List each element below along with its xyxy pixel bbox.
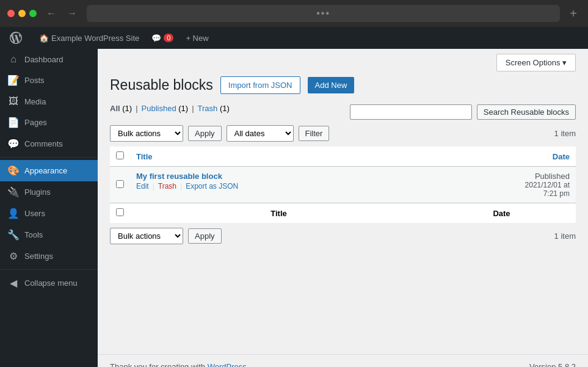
action-sep-2: | [180,182,182,191]
footer-credit: Thank you for creating with WordPress. [110,362,249,367]
users-icon: 👤 [7,208,20,219]
screen-options-button[interactable]: Screen Options ▾ [496,54,576,71]
minimize-traffic-light[interactable] [18,10,26,17]
close-traffic-light[interactable] [7,10,15,17]
bulk-actions-select-bottom[interactable]: Bulk actions [110,228,183,244]
toolbar-left: Bulk actions Apply All dates Filter [110,125,329,142]
bottom-toolbar: Bulk actions Apply 1 item [110,228,576,244]
sidebar-item-tools[interactable]: 🔧 Tools [0,224,98,245]
footer-wp-link[interactable]: WordPress [208,362,247,367]
search-area: Search Reusable blocks [350,104,576,120]
filter-search-bar: All (1) | Published (1) | Trash (1) Sear… [110,104,576,120]
import-from-json-button[interactable]: Import from JSON [220,76,300,94]
comments-sidebar-icon: 💬 [7,138,20,150]
sidebar-collapse[interactable]: ◀ Collapse menu [0,272,98,294]
wp-logo-icon [10,32,22,44]
sidebar-divider-2 [0,269,98,270]
maximize-traffic-light[interactable] [29,10,37,17]
wp-logo[interactable] [7,29,24,46]
main-content: Screen Options ▾ Reusable blocks Import … [98,49,588,367]
forward-button[interactable]: → [64,7,81,20]
sidebar-item-settings[interactable]: ⚙ Settings [0,245,98,267]
footer-checkbox-cell [110,203,130,223]
screen-options-bar: Screen Options ▾ [98,49,588,76]
sidebar-item-plugins[interactable]: 🔌 Plugins [0,181,98,203]
footer-version: Version 5.8.2 [529,362,576,367]
dashboard-icon: ⌂ [7,54,20,65]
sidebar-item-appearance[interactable]: 🎨 Appearance [0,160,98,181]
table-footer-row: Title Date [110,203,576,223]
sidebar-item-label: Plugins [24,187,51,197]
wp-footer: Thank you for creating with WordPress. V… [98,354,588,367]
admin-bar-site[interactable]: 🏠 Example WordPress Site [34,34,144,43]
new-tab-button[interactable]: + [566,5,581,22]
item-count-top: 1 item [554,129,576,138]
sidebar-item-label: Pages [24,118,47,127]
export-link[interactable]: Export as JSON [186,182,238,191]
page-header: Reusable blocks Import from JSON Add New [110,76,576,94]
sidebar-item-media[interactable]: 🖼 Media [0,91,98,112]
row-status: Published [434,172,570,181]
edit-link[interactable]: Edit [136,182,149,191]
table-row: My first reusable block Edit | Trash | E… [110,167,576,203]
browser-chrome: ← → ••• + [0,0,588,27]
filter-published[interactable]: Published (1) [142,104,189,113]
header-date: Date [427,147,576,167]
new-label: + New [186,34,208,43]
filter-trash-link[interactable]: Trash [198,104,218,113]
admin-bar-new[interactable]: + New [181,34,213,43]
filter-all[interactable]: All (1) [110,104,132,113]
sidebar-item-label: Appearance [24,166,67,175]
sidebar-item-label: Settings [24,252,53,261]
row-title-link[interactable]: My first reusable block [136,172,222,181]
search-button[interactable]: Search Reusable blocks [477,104,576,120]
back-button[interactable]: ← [43,7,60,20]
add-new-button[interactable]: Add New [308,77,355,93]
bottom-toolbar-left: Bulk actions Apply [110,228,222,244]
filter-trash[interactable]: Trash (1) [198,104,230,113]
action-sep-1: | [153,182,154,191]
row-title-cell: My first reusable block Edit | Trash | E… [130,167,427,203]
page-content: Reusable blocks Import from JSON Add New… [98,76,588,354]
bulk-actions-select-top[interactable]: Bulk actions [110,125,183,142]
filter-all-count: (1) [122,104,132,113]
sidebar-item-users[interactable]: 👤 Users [0,203,98,224]
sidebar-item-label: Comments [24,139,63,148]
wp-admin-bar: 🏠 Example WordPress Site 💬 0 + New [0,27,588,49]
browser-navigation: ← → [43,7,81,20]
table-header-row: Title Date [110,147,576,167]
row-date-cell: Published 2021/12/01 at 7:21 pm [427,167,576,203]
date-filter-select[interactable]: All dates [227,125,294,142]
trash-link[interactable]: Trash [158,182,176,191]
site-name: Example WordPress Site [51,34,139,43]
row-title: My first reusable block [136,172,421,181]
item-count-bottom: 1 item [554,231,576,241]
select-all-footer-checkbox[interactable] [116,208,124,216]
filter-all-link[interactable]: All [110,104,120,113]
footer-thank-you: Thank you for creating with [110,362,208,367]
apply-button-top[interactable]: Apply [188,126,222,141]
filter-published-count: (1) [178,104,188,113]
sidebar-item-dashboard[interactable]: ⌂ Dashboard [0,49,98,70]
apply-button-bottom[interactable]: Apply [188,228,222,244]
sidebar-item-label: Tools [24,230,43,239]
select-all-checkbox[interactable] [116,151,124,159]
sidebar-item-posts[interactable]: 📝 Posts [0,70,98,91]
reusable-blocks-table: Title Date My first reusable block [110,147,576,223]
tools-icon: 🔧 [7,229,20,241]
sidebar-item-comments[interactable]: 💬 Comments [0,133,98,154]
row-checkbox-cell [110,167,130,203]
address-content: ••• [316,8,330,19]
sidebar-item-label: Dashboard [24,55,64,64]
filter-published-link[interactable]: Published [142,104,176,113]
row-date: 2021/12/01 at [434,181,570,189]
address-bar[interactable]: ••• [87,5,560,22]
filter-button[interactable]: Filter [299,126,330,141]
admin-bar-items: 🏠 Example WordPress Site 💬 0 + New [34,34,581,43]
row-checkbox[interactable] [116,180,124,188]
footer-title: Title [130,203,427,223]
collapse-icon: ◀ [7,277,20,289]
search-input[interactable] [350,104,472,120]
sidebar-item-pages[interactable]: 📄 Pages [0,112,98,133]
admin-bar-comments[interactable]: 💬 0 [147,34,178,43]
